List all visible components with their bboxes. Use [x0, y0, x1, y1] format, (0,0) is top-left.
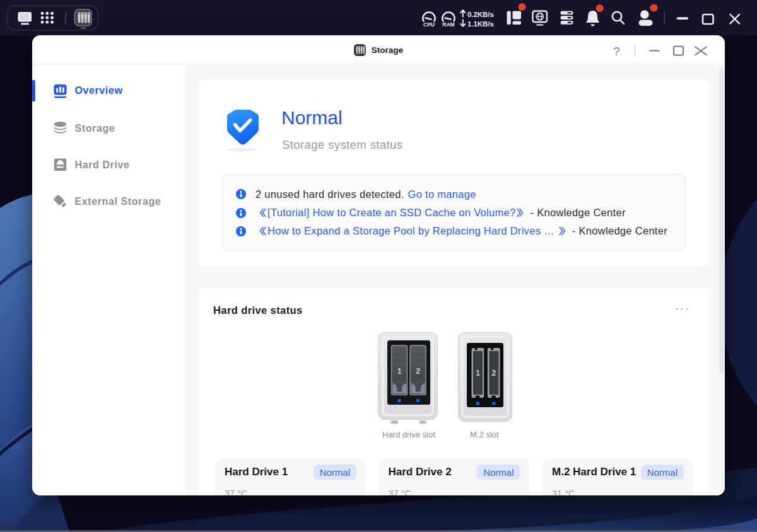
svg-text:1: 1	[397, 367, 402, 376]
svg-text:0.2KB/s: 0.2KB/s	[467, 11, 494, 18]
svg-text:2: 2	[491, 369, 496, 378]
svg-text:1.1KB/s: 1.1KB/s	[467, 20, 494, 28]
svg-text:CPU: CPU	[423, 21, 435, 28]
svg-text:RAM: RAM	[442, 21, 455, 28]
svg-text:1: 1	[476, 369, 480, 378]
svg-text:?: ?	[613, 45, 620, 58]
svg-text:2: 2	[416, 367, 420, 376]
